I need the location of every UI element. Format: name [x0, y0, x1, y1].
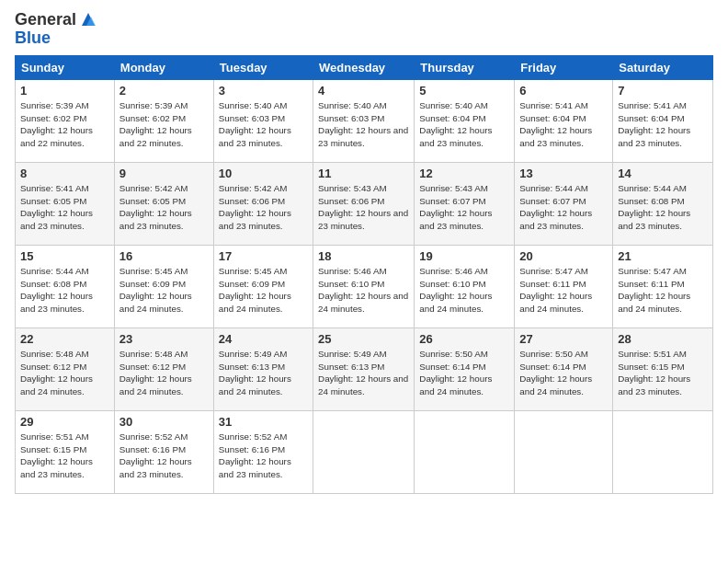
day-detail: Sunrise: 5:44 AMSunset: 6:08 PMDaylight:…	[20, 266, 93, 314]
day-detail: Sunrise: 5:43 AMSunset: 6:07 PMDaylight:…	[419, 183, 492, 231]
day-number: 6	[519, 84, 608, 98]
day-detail: Sunrise: 5:40 AMSunset: 6:03 PMDaylight:…	[318, 100, 408, 148]
day-number: 14	[618, 167, 708, 180]
calendar-cell: 4Sunrise: 5:40 AMSunset: 6:03 PMDaylight…	[313, 79, 415, 162]
calendar-week-2: 8Sunrise: 5:41 AMSunset: 6:05 PMDaylight…	[16, 162, 713, 245]
logo: General Blue	[15, 11, 98, 48]
day-number: 26	[419, 332, 509, 346]
day-number: 15	[20, 249, 109, 263]
calendar-cell: 31Sunrise: 5:52 AMSunset: 6:16 PMDayligh…	[213, 410, 313, 493]
day-detail: Sunrise: 5:43 AMSunset: 6:06 PMDaylight:…	[318, 183, 408, 231]
calendar-cell: 26Sunrise: 5:50 AMSunset: 6:14 PMDayligh…	[415, 327, 515, 410]
day-number: 24	[219, 332, 308, 346]
calendar-cell: 7Sunrise: 5:41 AMSunset: 6:04 PMDaylight…	[613, 79, 713, 162]
calendar-cell: 12Sunrise: 5:43 AMSunset: 6:07 PMDayligh…	[415, 162, 515, 245]
day-number: 20	[519, 249, 608, 263]
day-detail: Sunrise: 5:50 AMSunset: 6:14 PMDaylight:…	[419, 349, 492, 396]
day-detail: Sunrise: 5:52 AMSunset: 6:16 PMDaylight:…	[219, 431, 291, 479]
logo-icon	[78, 9, 98, 29]
calendar-header-friday: Friday	[515, 55, 613, 79]
day-detail: Sunrise: 5:40 AMSunset: 6:03 PMDaylight:…	[219, 100, 291, 148]
calendar-cell: 16Sunrise: 5:45 AMSunset: 6:09 PMDayligh…	[114, 245, 213, 327]
day-number: 25	[318, 332, 409, 346]
calendar-cell: 23Sunrise: 5:48 AMSunset: 6:12 PMDayligh…	[114, 327, 213, 410]
day-detail: Sunrise: 5:47 AMSunset: 6:11 PMDaylight:…	[519, 266, 592, 314]
day-detail: Sunrise: 5:39 AMSunset: 6:02 PMDaylight:…	[119, 100, 192, 148]
day-number: 22	[20, 332, 109, 346]
day-detail: Sunrise: 5:51 AMSunset: 6:15 PMDaylight:…	[20, 431, 93, 479]
calendar-cell: 15Sunrise: 5:44 AMSunset: 6:08 PMDayligh…	[16, 245, 115, 327]
calendar-week-3: 15Sunrise: 5:44 AMSunset: 6:08 PMDayligh…	[16, 245, 713, 327]
calendar-week-1: 1Sunrise: 5:39 AMSunset: 6:02 PMDaylight…	[16, 79, 713, 162]
day-detail: Sunrise: 5:41 AMSunset: 6:04 PMDaylight:…	[519, 100, 592, 148]
calendar-header-thursday: Thursday	[415, 55, 515, 79]
day-number: 16	[119, 249, 209, 263]
calendar-cell: 8Sunrise: 5:41 AMSunset: 6:05 PMDaylight…	[16, 162, 115, 245]
calendar-cell: 18Sunrise: 5:46 AMSunset: 6:10 PMDayligh…	[313, 245, 415, 327]
calendar-week-4: 22Sunrise: 5:48 AMSunset: 6:12 PMDayligh…	[16, 327, 713, 410]
day-detail: Sunrise: 5:44 AMSunset: 6:07 PMDaylight:…	[519, 183, 592, 231]
day-detail: Sunrise: 5:41 AMSunset: 6:04 PMDaylight:…	[618, 100, 690, 148]
calendar-cell: 13Sunrise: 5:44 AMSunset: 6:07 PMDayligh…	[515, 162, 613, 245]
calendar-cell: 10Sunrise: 5:42 AMSunset: 6:06 PMDayligh…	[213, 162, 313, 245]
calendar-cell: 9Sunrise: 5:42 AMSunset: 6:05 PMDaylight…	[114, 162, 213, 245]
calendar-cell: 29Sunrise: 5:51 AMSunset: 6:15 PMDayligh…	[16, 410, 115, 493]
day-number: 21	[618, 249, 708, 263]
day-number: 2	[119, 84, 209, 98]
calendar-cell: 21Sunrise: 5:47 AMSunset: 6:11 PMDayligh…	[613, 245, 713, 327]
calendar-cell: 6Sunrise: 5:41 AMSunset: 6:04 PMDaylight…	[515, 79, 613, 162]
calendar-header-row: SundayMondayTuesdayWednesdayThursdayFrid…	[16, 55, 713, 79]
calendar-cell: 5Sunrise: 5:40 AMSunset: 6:04 PMDaylight…	[415, 79, 515, 162]
day-detail: Sunrise: 5:49 AMSunset: 6:13 PMDaylight:…	[318, 349, 408, 396]
calendar-cell: 2Sunrise: 5:39 AMSunset: 6:02 PMDaylight…	[114, 79, 213, 162]
calendar-cell	[313, 410, 415, 493]
calendar-header-wednesday: Wednesday	[313, 55, 415, 79]
calendar-cell: 19Sunrise: 5:46 AMSunset: 6:10 PMDayligh…	[415, 245, 515, 327]
day-number: 18	[318, 249, 409, 263]
day-detail: Sunrise: 5:45 AMSunset: 6:09 PMDaylight:…	[119, 266, 192, 314]
calendar-cell: 1Sunrise: 5:39 AMSunset: 6:02 PMDaylight…	[16, 79, 115, 162]
day-number: 30	[119, 415, 209, 429]
day-number: 17	[219, 249, 308, 263]
calendar-cell	[613, 410, 713, 493]
page-container: General Blue SundayMondayTuesdayWednesda…	[0, 0, 728, 503]
day-detail: Sunrise: 5:46 AMSunset: 6:10 PMDaylight:…	[318, 266, 408, 314]
calendar-cell: 24Sunrise: 5:49 AMSunset: 6:13 PMDayligh…	[213, 327, 313, 410]
calendar-cell: 27Sunrise: 5:50 AMSunset: 6:14 PMDayligh…	[515, 327, 613, 410]
day-detail: Sunrise: 5:50 AMSunset: 6:14 PMDaylight:…	[519, 349, 592, 396]
day-detail: Sunrise: 5:48 AMSunset: 6:12 PMDaylight:…	[20, 349, 93, 396]
calendar-cell: 11Sunrise: 5:43 AMSunset: 6:06 PMDayligh…	[313, 162, 415, 245]
day-number: 19	[419, 249, 509, 263]
day-number: 4	[318, 84, 409, 98]
day-detail: Sunrise: 5:45 AMSunset: 6:09 PMDaylight:…	[219, 266, 291, 314]
calendar-header-sunday: Sunday	[16, 55, 115, 79]
day-number: 10	[219, 167, 308, 180]
day-number: 7	[618, 84, 708, 98]
day-number: 1	[20, 84, 109, 98]
day-number: 8	[20, 167, 109, 180]
day-number: 27	[519, 332, 608, 346]
calendar-header-saturday: Saturday	[613, 55, 713, 79]
calendar-cell: 14Sunrise: 5:44 AMSunset: 6:08 PMDayligh…	[613, 162, 713, 245]
calendar-cell: 20Sunrise: 5:47 AMSunset: 6:11 PMDayligh…	[515, 245, 613, 327]
calendar-cell: 22Sunrise: 5:48 AMSunset: 6:12 PMDayligh…	[16, 327, 115, 410]
calendar-cell	[415, 410, 515, 493]
day-detail: Sunrise: 5:42 AMSunset: 6:05 PMDaylight:…	[119, 183, 192, 231]
day-number: 13	[519, 167, 608, 180]
day-number: 11	[318, 167, 409, 180]
day-detail: Sunrise: 5:42 AMSunset: 6:06 PMDaylight:…	[219, 183, 291, 231]
day-number: 12	[419, 167, 509, 180]
day-detail: Sunrise: 5:49 AMSunset: 6:13 PMDaylight:…	[219, 349, 291, 396]
day-detail: Sunrise: 5:48 AMSunset: 6:12 PMDaylight:…	[119, 349, 192, 396]
day-number: 5	[419, 84, 509, 98]
day-number: 9	[119, 167, 209, 180]
calendar-cell: 28Sunrise: 5:51 AMSunset: 6:15 PMDayligh…	[613, 327, 713, 410]
calendar-cell	[515, 410, 613, 493]
day-detail: Sunrise: 5:51 AMSunset: 6:15 PMDaylight:…	[618, 349, 690, 396]
calendar-week-5: 29Sunrise: 5:51 AMSunset: 6:15 PMDayligh…	[16, 410, 713, 493]
calendar-cell: 30Sunrise: 5:52 AMSunset: 6:16 PMDayligh…	[114, 410, 213, 493]
calendar-header-monday: Monday	[114, 55, 213, 79]
calendar-table: SundayMondayTuesdayWednesdayThursdayFrid…	[15, 55, 713, 494]
calendar-cell: 17Sunrise: 5:45 AMSunset: 6:09 PMDayligh…	[213, 245, 313, 327]
day-detail: Sunrise: 5:40 AMSunset: 6:04 PMDaylight:…	[419, 100, 492, 148]
